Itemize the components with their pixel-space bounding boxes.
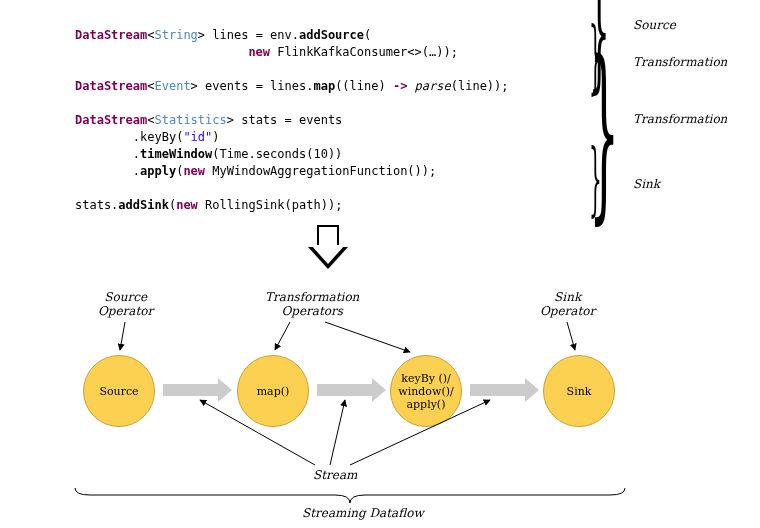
down-arrow-icon — [308, 225, 348, 269]
brace-sink: } — [589, 132, 602, 225]
svg-line-4 — [200, 400, 315, 465]
brace-dataflow — [70, 485, 630, 505]
svg-line-1 — [275, 322, 290, 350]
type-event: Event — [154, 79, 190, 93]
annot-trans1: Transformation — [633, 55, 727, 69]
svg-line-6 — [350, 400, 490, 465]
svg-line-0 — [120, 322, 125, 350]
svg-line-5 — [330, 400, 345, 465]
label-streaming-dataflow: Streaming Dataflow — [302, 506, 424, 520]
svg-line-2 — [325, 322, 410, 352]
kw-new: new — [248, 45, 270, 59]
annot-trans2: Transformation — [633, 112, 727, 126]
fn-parse: parse — [415, 79, 451, 93]
method-addsink: addSink — [118, 198, 169, 212]
type-statistics: Statistics — [154, 113, 226, 127]
annot-sink: Sink — [633, 177, 660, 191]
svg-line-3 — [567, 322, 575, 350]
kw-datastream: DataStream — [75, 28, 147, 42]
code-block: DataStream<String> lines = env.addSource… — [75, 10, 509, 214]
label-stream: Stream — [313, 468, 357, 482]
str-id: "id" — [183, 130, 212, 144]
method-apply: apply — [140, 164, 176, 178]
method-timewindow: timeWindow — [140, 147, 212, 161]
method-map: map — [313, 79, 335, 93]
page-root: DataStream<String> lines = env.addSource… — [0, 0, 760, 528]
method-addsource: addSource — [299, 28, 364, 42]
type-string: String — [154, 28, 197, 42]
dataflow-diagram: Source Operator Transformation Operators… — [70, 290, 690, 520]
annot-source: Source — [633, 18, 676, 32]
